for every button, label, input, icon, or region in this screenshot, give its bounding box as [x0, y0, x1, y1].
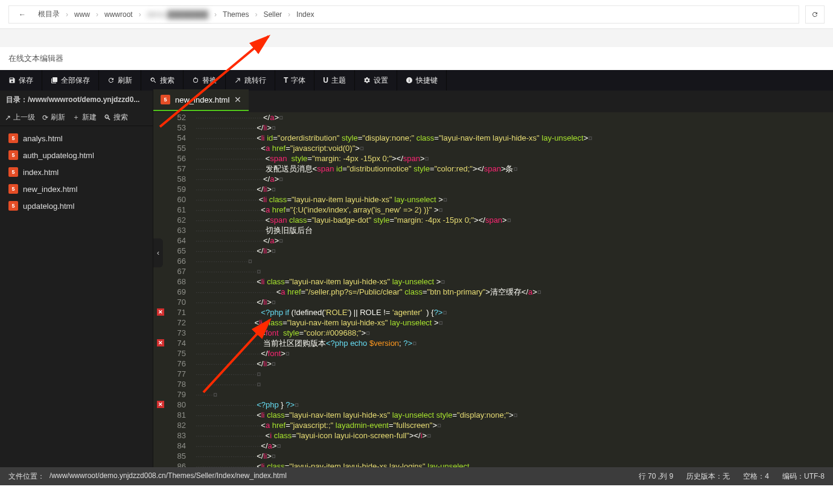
html-icon: 5: [8, 150, 18, 160]
sidebar: 目录：/www/wwwroot/demo.ynjdzzd0... ↗ 上一级 ⟳…: [0, 91, 153, 467]
chevron-right-icon: ›: [211, 10, 220, 19]
breadcrumb-item[interactable]: Seller: [261, 10, 284, 19]
refresh-icon: [107, 77, 115, 84]
tab-bar: 5new_index.html✕: [153, 91, 833, 112]
goto-icon: [234, 77, 241, 84]
tab-label: new_index.html: [175, 95, 229, 104]
html-icon: 5: [161, 95, 170, 104]
secondary-toolbar: [0, 29, 833, 47]
editor-main: 5new_index.html✕ 52535455565758596061626…: [153, 91, 833, 467]
save-all-icon: [51, 77, 58, 84]
breadcrumb-item[interactable]: demo.████████: [145, 10, 211, 19]
chevron-right-icon: ›: [284, 10, 294, 19]
font-button[interactable]: T字体: [275, 70, 314, 91]
editor-title: 在线文本编辑器: [0, 47, 833, 70]
refresh-button[interactable]: [805, 5, 825, 24]
breadcrumb-item[interactable]: wwwroot: [102, 10, 135, 19]
html-icon: 5: [8, 133, 18, 143]
shortcut-button[interactable]: 快捷键: [397, 70, 447, 91]
theme-button[interactable]: U主题: [314, 70, 355, 91]
chevron-right-icon: ›: [251, 10, 261, 19]
breadcrumb-item[interactable]: Themes: [220, 10, 251, 19]
close-icon[interactable]: ✕: [234, 95, 241, 104]
collapse-handle[interactable]: ‹: [153, 238, 163, 267]
up-button[interactable]: ↗ 上一级: [5, 112, 35, 123]
save-icon: [8, 77, 16, 84]
chevron-right-icon: ›: [92, 10, 102, 19]
html-icon: 5: [8, 167, 18, 177]
file-item[interactable]: 5updatelog.html: [0, 197, 153, 214]
breadcrumb-item[interactable]: Index: [294, 10, 316, 19]
save-button[interactable]: 保存: [0, 70, 42, 91]
replace-button[interactable]: 替换: [184, 70, 226, 91]
search-label: 搜索: [160, 75, 174, 86]
back-arrow-icon[interactable]: ←: [15, 10, 30, 19]
refresh-button[interactable]: 刷新: [99, 70, 141, 91]
new-button[interactable]: ＋ 新建: [72, 112, 97, 123]
breadcrumb-root[interactable]: 根目录: [36, 9, 62, 19]
font-label: 字体: [291, 75, 305, 86]
file-location: /www/wwwroot/demo.ynjdzzd008.cn/Themes/S…: [49, 471, 287, 482]
editor: 保存 全部保存 刷新 搜索 替换 跳转行 T字体 U主题 设置 快捷键 目录：/…: [0, 70, 833, 485]
indent-setting[interactable]: 空格：4: [743, 471, 769, 482]
refresh-icon: [811, 11, 819, 18]
file-list: 5analys.html 5auth_updatelog.html 5index…: [0, 126, 153, 467]
code[interactable]: ·······························</a>¤····…: [193, 112, 833, 467]
font-icon: T: [284, 76, 288, 85]
html-icon: 5: [8, 184, 18, 194]
goto-button[interactable]: 跳转行: [226, 70, 275, 91]
replace-icon: [192, 77, 199, 84]
settings-button[interactable]: 设置: [355, 70, 397, 91]
theme-icon: U: [323, 76, 328, 85]
editor-body: 目录：/www/wwwroot/demo.ynjdzzd0... ↗ 上一级 ⟳…: [0, 91, 833, 467]
search-button[interactable]: 🔍︎ 搜索: [104, 112, 128, 123]
save-all-label: 全部保存: [61, 75, 90, 86]
save-all-button[interactable]: 全部保存: [42, 70, 99, 91]
save-label: 保存: [19, 75, 33, 86]
file-item[interactable]: 5new_index.html: [0, 180, 153, 197]
search-button[interactable]: 搜索: [141, 70, 184, 91]
goto-label: 跳转行: [244, 75, 266, 86]
replace-label: 替换: [202, 75, 217, 86]
gutter: 52535455565758596061626364656667686970✕7…: [153, 112, 193, 467]
info-icon: [406, 77, 413, 84]
theme-label: 主题: [331, 75, 346, 86]
cursor-position: 行 70 ,列 9: [639, 471, 673, 482]
refresh-label: 刷新: [118, 75, 132, 86]
breadcrumb: ← 根目录 › www › wwwroot › demo.████████ › …: [8, 5, 799, 24]
breadcrumb-item[interactable]: www: [72, 10, 92, 19]
file-item[interactable]: 5auth_updatelog.html: [0, 147, 153, 164]
tab-active[interactable]: 5new_index.html✕: [153, 89, 249, 111]
shortcut-label: 快捷键: [416, 75, 438, 86]
history-version[interactable]: 历史版本：无: [686, 471, 730, 482]
code-area[interactable]: 52535455565758596061626364656667686970✕7…: [153, 112, 833, 467]
status-bar: 文件位置： /www/wwwroot/demo.ynjdzzd008.cn/Th…: [0, 467, 833, 485]
search-icon: [150, 77, 157, 84]
file-location-label: 文件位置：: [8, 471, 45, 482]
settings-label: 设置: [374, 75, 388, 86]
refresh-button[interactable]: ⟳ 刷新: [42, 112, 65, 123]
sidebar-path: 目录：/www/wwwroot/demo.ynjdzzd0...: [0, 91, 153, 109]
chevron-right-icon: ›: [135, 10, 145, 19]
editor-toolbar: 保存 全部保存 刷新 搜索 替换 跳转行 T字体 U主题 设置 快捷键: [0, 70, 833, 91]
html-icon: 5: [8, 201, 18, 211]
chevron-right-icon: ›: [62, 10, 72, 19]
file-item[interactable]: 5analys.html: [0, 130, 153, 147]
sidebar-toolbar: ↗ 上一级 ⟳ 刷新 ＋ 新建 🔍︎ 搜索: [0, 109, 153, 126]
gear-icon: [363, 77, 371, 84]
encoding[interactable]: 编码：UTF-8: [782, 471, 825, 482]
file-item[interactable]: 5index.html: [0, 164, 153, 180]
breadcrumb-bar: ← 根目录 › www › wwwroot › demo.████████ › …: [0, 0, 833, 29]
